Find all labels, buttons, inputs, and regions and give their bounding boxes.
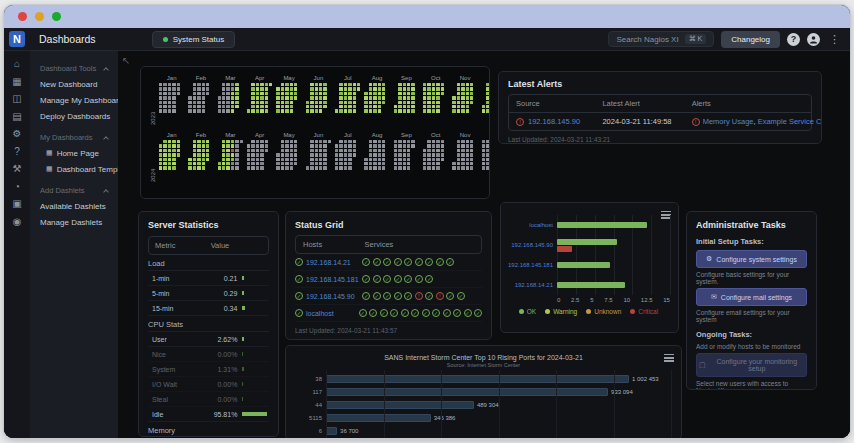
heatmap-cell[interactable] xyxy=(423,166,426,169)
heatmap-cell[interactable] xyxy=(310,92,313,95)
heatmap-cell[interactable] xyxy=(427,92,430,95)
heatmap-cell[interactable] xyxy=(348,144,351,147)
heatmap-cell[interactable] xyxy=(461,96,464,99)
heatmap-cell[interactable] xyxy=(281,109,284,112)
heatmap-cell[interactable] xyxy=(339,162,342,165)
heatmap-cell[interactable] xyxy=(172,153,175,156)
heatmap-cell[interactable] xyxy=(382,144,385,147)
heatmap-cell[interactable] xyxy=(260,83,263,86)
heatmap-cell[interactable] xyxy=(461,162,464,165)
heatmap-cell[interactable] xyxy=(218,105,221,108)
service-ok-icon[interactable]: ✓ xyxy=(436,258,444,266)
heatmap-cell[interactable] xyxy=(482,149,485,152)
heatmap-cell[interactable] xyxy=(486,87,489,90)
heatmap-cell[interactable] xyxy=(172,166,175,169)
heatmap-cell[interactable] xyxy=(159,96,162,99)
heatmap-cell[interactable] xyxy=(265,144,268,147)
heatmap-cell[interactable] xyxy=(339,87,342,90)
heatmap-cell[interactable] xyxy=(457,153,460,156)
heatmap-cell[interactable] xyxy=(348,140,351,143)
heatmap-cell[interactable] xyxy=(486,83,489,86)
service-ok-icon[interactable]: ✓ xyxy=(446,258,454,266)
heatmap-cell[interactable] xyxy=(427,166,430,169)
heatmap-cell[interactable] xyxy=(407,153,410,156)
heatmap-cell[interactable] xyxy=(285,83,288,86)
heatmap-cell[interactable] xyxy=(339,83,342,86)
heatmap-cell[interactable] xyxy=(427,101,430,104)
heatmap-cell[interactable] xyxy=(281,162,284,165)
heatmap-cell[interactable] xyxy=(265,87,268,90)
heatmap-cell[interactable] xyxy=(427,153,430,156)
service-ok-icon[interactable]: ✓ xyxy=(474,309,482,317)
heatmap-cell[interactable] xyxy=(461,105,464,108)
heatmap-cell[interactable] xyxy=(260,101,263,104)
heatmap-cell[interactable] xyxy=(202,87,205,90)
heatmap-cell[interactable] xyxy=(235,105,238,108)
heatmap-cell[interactable] xyxy=(276,105,279,108)
heatmap-cell[interactable] xyxy=(269,83,272,86)
service-ok-icon[interactable]: ✓ xyxy=(404,275,412,283)
heatmap-cell[interactable] xyxy=(159,101,162,104)
heatmap-cell[interactable] xyxy=(353,105,356,108)
heatmap-cell[interactable] xyxy=(436,96,439,99)
traffic-light-minimize-button[interactable] xyxy=(35,12,44,21)
heatmap-cell[interactable] xyxy=(457,166,460,169)
heatmap-cell[interactable] xyxy=(373,158,376,161)
heatmap-cell[interactable] xyxy=(323,87,326,90)
heatmap-cell[interactable] xyxy=(247,162,250,165)
heatmap-cell[interactable] xyxy=(344,144,347,147)
heatmap-cell[interactable] xyxy=(369,144,372,147)
heatmap-cell[interactable] xyxy=(193,158,196,161)
heatmap-cell[interactable] xyxy=(222,144,225,147)
heatmap-cell[interactable] xyxy=(373,92,376,95)
heatmap-cell[interactable] xyxy=(193,83,196,86)
heatmap-cell[interactable] xyxy=(197,140,200,143)
heatmap-cell[interactable] xyxy=(369,87,372,90)
heatmap-cell[interactable] xyxy=(159,92,162,95)
heatmap-cell[interactable] xyxy=(163,158,166,161)
heatmap-cell[interactable] xyxy=(364,158,367,161)
heatmap-cell[interactable] xyxy=(486,166,489,169)
heatmap-cell[interactable] xyxy=(319,149,322,152)
heatmap-cell[interactable] xyxy=(222,87,225,90)
service-ok-icon[interactable]: ✓ xyxy=(390,309,398,317)
heatmap-cell[interactable] xyxy=(310,166,313,169)
heatmap-cell[interactable] xyxy=(285,162,288,165)
heatmap-cell[interactable] xyxy=(319,83,322,86)
heatmap-cell[interactable] xyxy=(486,109,489,112)
heatmap-cell[interactable] xyxy=(265,105,268,108)
heatmap-cell[interactable] xyxy=(335,153,338,156)
heatmap-cell[interactable] xyxy=(470,162,473,165)
heatmap-cell[interactable] xyxy=(335,109,338,112)
changelog-button[interactable]: Changelog xyxy=(721,31,780,48)
heatmap-cell[interactable] xyxy=(436,153,439,156)
heatmap-cell[interactable] xyxy=(315,101,318,104)
heatmap-cell[interactable] xyxy=(172,140,175,143)
service-ok-icon[interactable]: ✓ xyxy=(362,275,370,283)
heatmap-cell[interactable] xyxy=(353,140,356,143)
heatmap-cell[interactable] xyxy=(436,149,439,152)
heatmap-cell[interactable] xyxy=(315,105,318,108)
heatmap-cell[interactable] xyxy=(348,149,351,152)
host-link[interactable]: localhost xyxy=(306,310,334,317)
heatmap-cell[interactable] xyxy=(281,92,284,95)
heatmap-cell[interactable] xyxy=(403,140,406,143)
heatmap-cell[interactable] xyxy=(382,83,385,86)
heatmap-cell[interactable] xyxy=(197,166,200,169)
heatmap-cell[interactable] xyxy=(294,144,297,147)
heatmap-cell[interactable] xyxy=(197,101,200,104)
heatmap-cell[interactable] xyxy=(344,166,347,169)
heatmap-cell[interactable] xyxy=(193,153,196,156)
heatmap-cell[interactable] xyxy=(394,166,397,169)
heatmap-cell[interactable] xyxy=(461,144,464,147)
heatmap-cell[interactable] xyxy=(466,166,469,169)
heatmap-cell[interactable] xyxy=(323,140,326,143)
heatmap-cell[interactable] xyxy=(294,92,297,95)
heatmap-cell[interactable] xyxy=(394,158,397,161)
heatmap-cell[interactable] xyxy=(197,162,200,165)
heatmap-cell[interactable] xyxy=(260,96,263,99)
heatmap-cell[interactable] xyxy=(281,83,284,86)
heatmap-cell[interactable] xyxy=(457,162,460,165)
heatmap-cell[interactable] xyxy=(466,92,469,95)
heatmap-cell[interactable] xyxy=(398,144,401,147)
